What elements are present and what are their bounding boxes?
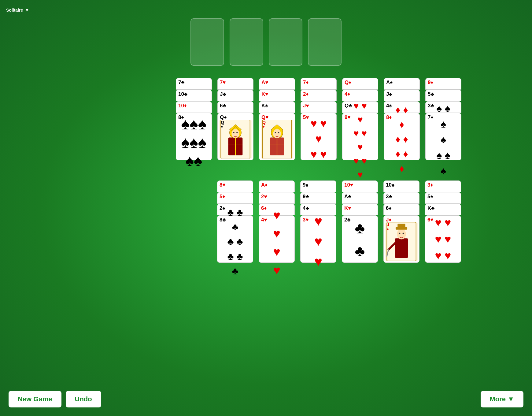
tableau-top: 7♣ 10♣ 10♦ 8♠ ♠♠♠♠♠♠♠♠ 7♥ J♣ 6♣ Q♠ bbox=[176, 78, 461, 160]
undo-button[interactable]: Undo bbox=[66, 391, 101, 407]
card-6c[interactable]: 6♣ bbox=[217, 101, 253, 113]
svg-rect-26 bbox=[395, 238, 408, 258]
column-7: 9♦ 5♣ 3♣ 7♠ ♠ ♠ ♠♠♠ ♠ ♠ bbox=[425, 78, 461, 160]
bottom-bar: New Game Undo More ▼ bbox=[0, 391, 532, 407]
column-b5: 10♠ 3♣ 6♠ J♦ bbox=[383, 180, 419, 263]
card-4h[interactable]: 4♥ ♥ ♥♥ ♥ bbox=[259, 215, 295, 263]
foundation-area bbox=[190, 18, 342, 66]
card-js[interactable]: J♠ bbox=[384, 90, 420, 101]
svg-point-18 bbox=[275, 132, 276, 133]
card-7s[interactable]: 7♠ ♠ ♠ ♠♠♠ ♠ ♠ bbox=[425, 113, 461, 160]
card-8c[interactable]: 8♣ ♣ ♣ ♣♣ ♣♣ ♣ ♣ bbox=[217, 215, 253, 263]
card-jh[interactable]: J♥ bbox=[301, 101, 337, 113]
card-2d[interactable]: 2♦ bbox=[301, 90, 337, 101]
card-ah[interactable]: A♥ bbox=[259, 78, 295, 90]
card-7h[interactable]: 7♥ bbox=[217, 78, 253, 90]
card-5s[interactable]: 5♠ bbox=[425, 192, 461, 204]
card-6s[interactable]: 6♠ bbox=[383, 204, 419, 215]
card-6h[interactable]: 6♥ ♥ ♥♥ ♥♥ ♥ bbox=[425, 215, 461, 263]
card-3d[interactable]: 3♦ bbox=[425, 180, 461, 192]
column-6: A♠ J♠ 4♠ 8♦ ♦ ♦ ♦♦ ♦♦ ♦ ♦ bbox=[384, 78, 420, 160]
more-button[interactable]: More ▼ bbox=[481, 391, 523, 407]
card-10s[interactable]: 10♠ bbox=[383, 180, 419, 192]
svg-point-19 bbox=[278, 132, 279, 133]
card-qs-face[interactable]: Q♠ bbox=[217, 113, 253, 160]
column-b6: 3♦ 5♠ K♣ 6♥ ♥ ♥♥ ♥♥ ♥ bbox=[425, 180, 461, 263]
column-5: Q♦ 4♦ Q♣ 9♥ ♥ ♥ ♥♥ ♥ ♥♥ ♥ ♥ bbox=[342, 78, 378, 160]
column-b4: 10♥ A♣ K♥ 2♣ ♣♣ bbox=[342, 180, 378, 263]
column-3: A♥ K♥ K♠ Q♥ bbox=[259, 78, 295, 160]
new-game-button[interactable]: New Game bbox=[9, 391, 61, 407]
column-b1: 8♥ 5♦ 2♠ 8♣ ♣ ♣ ♣♣ ♣♣ ♣ ♣ bbox=[217, 180, 253, 263]
card-9s[interactable]: 9♠ bbox=[300, 180, 336, 192]
foundation-slot-1[interactable] bbox=[190, 18, 224, 66]
card-10c[interactable]: 10♣ bbox=[176, 90, 212, 101]
card-9d[interactable]: 9♦ bbox=[425, 78, 461, 90]
svg-text:♠: ♠ bbox=[221, 124, 223, 129]
column-b2: A♦ 2♥ 6♦ 4♥ ♥ ♥♥ ♥ bbox=[259, 180, 295, 263]
card-jc[interactable]: J♣ bbox=[217, 90, 253, 101]
card-9c[interactable]: 9♣ bbox=[300, 192, 336, 204]
card-5c[interactable]: 5♣ bbox=[425, 90, 461, 101]
foundation-slot-3[interactable] bbox=[269, 18, 302, 66]
card-8d[interactable]: 8♦ ♦ ♦ ♦♦ ♦♦ ♦ ♦ bbox=[384, 113, 420, 160]
card-7d[interactable]: 7♦ bbox=[301, 78, 337, 90]
svg-text:♦: ♦ bbox=[387, 227, 389, 231]
svg-rect-29 bbox=[397, 224, 405, 228]
svg-point-31 bbox=[403, 233, 404, 234]
card-8s[interactable]: 8♠ ♠♠♠♠♠♠♠♠ bbox=[176, 113, 212, 160]
card-qd[interactable]: Q♦ bbox=[342, 78, 378, 90]
card-kh[interactable]: K♥ bbox=[259, 90, 295, 101]
card-10d[interactable]: 10♦ bbox=[176, 101, 212, 113]
svg-point-30 bbox=[399, 233, 400, 234]
card-10h[interactable]: 10♥ bbox=[342, 180, 378, 192]
card-qh-face[interactable]: Q♥ Q ♥ bbox=[259, 113, 295, 160]
svg-point-6 bbox=[233, 132, 235, 133]
card-jd-face[interactable]: J♦ bbox=[383, 215, 419, 263]
card-8h[interactable]: 8♥ bbox=[217, 180, 253, 192]
foundation-slot-4[interactable] bbox=[308, 18, 342, 66]
card-2h[interactable]: 2♥ bbox=[259, 192, 295, 204]
tableau-bottom: 8♥ 5♦ 2♠ 8♣ ♣ ♣ ♣♣ ♣♣ ♣ ♣ A♦ 2♥ 6♦ 4♥ ♥ … bbox=[217, 180, 461, 263]
card-ad[interactable]: A♦ bbox=[259, 180, 295, 192]
foundation-slot-2[interactable] bbox=[230, 18, 263, 66]
card-khr[interactable]: K♥ bbox=[342, 204, 378, 215]
app-title: Solitaire ▼ bbox=[6, 6, 29, 13]
card-ac[interactable]: A♣ bbox=[342, 192, 378, 204]
svg-point-7 bbox=[236, 132, 238, 133]
card-3cb[interactable]: 3♣ bbox=[383, 192, 419, 204]
column-b3: 9♠ 9♣ 4♣ 3♥ ♥♥ ♥ bbox=[300, 180, 336, 263]
card-7c[interactable]: 7♣ bbox=[176, 78, 212, 90]
column-1: 7♣ 10♣ 10♦ 8♠ ♠♠♠♠♠♠♠♠ bbox=[176, 78, 212, 160]
svg-text:♥: ♥ bbox=[262, 124, 265, 129]
column-4: 7♦ 2♦ J♥ 5♥ ♥ ♥♥♥ ♥ bbox=[301, 78, 337, 160]
card-5d[interactable]: 5♦ bbox=[217, 192, 253, 204]
card-9h[interactable]: 9♥ ♥ ♥ ♥♥ ♥ ♥♥ ♥ ♥ bbox=[342, 113, 378, 160]
card-3h[interactable]: 3♥ ♥♥ ♥ bbox=[300, 215, 336, 263]
column-2: 7♥ J♣ 6♣ Q♠ bbox=[217, 78, 253, 160]
card-as[interactable]: A♠ bbox=[384, 78, 420, 90]
card-kc[interactable]: K♣ bbox=[425, 204, 461, 215]
card-2c[interactable]: 2♣ ♣♣ bbox=[342, 215, 378, 263]
card-ks[interactable]: K♠ bbox=[259, 101, 295, 113]
card-5h[interactable]: 5♥ ♥ ♥♥♥ ♥ bbox=[301, 113, 337, 160]
